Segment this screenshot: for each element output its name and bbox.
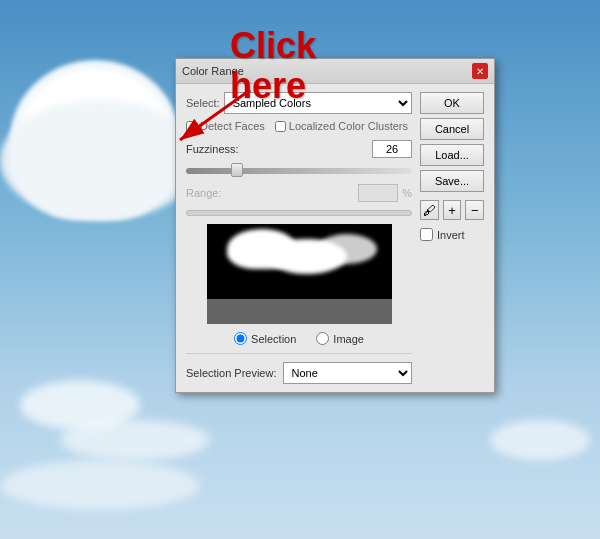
load-button[interactable]: Load... [420,144,484,166]
preview-image [207,224,392,324]
selection-preview-row: Selection Preview: None Grayscale Black … [186,353,412,384]
fuzziness-slider-track [186,168,412,174]
range-percent: % [402,187,412,199]
selection-radio[interactable] [234,332,247,345]
cancel-button[interactable]: Cancel [420,118,484,140]
dialog-right-panel: OK Cancel Load... Save... 🖋 + − Invert [420,92,484,384]
eyedropper-remove-button[interactable]: − [465,200,484,220]
selection-preview-dropdown[interactable]: None Grayscale Black Matte White Matte Q… [283,362,413,384]
eyedropper-button[interactable]: 🖋 [420,200,439,220]
eyedropper-row: 🖋 + − [420,200,484,220]
range-slider-track [186,210,412,216]
click-annotation: Click [230,25,316,67]
radio-row: Selection Image [186,332,412,345]
range-label: Range: [186,187,358,199]
image-radio[interactable] [316,332,329,345]
invert-row: Invert [420,228,484,241]
preview-cloud-3 [317,234,377,264]
range-row: Range: % [186,184,412,202]
cloud-decoration [0,460,200,510]
invert-label: Invert [437,229,465,241]
ok-button[interactable]: OK [420,92,484,114]
arrow-icon [170,80,270,150]
fuzziness-slider-container [186,162,412,180]
dialog-close-button[interactable]: ✕ [472,63,488,79]
image-radio-label[interactable]: Image [316,332,364,345]
fuzziness-value: 26 [372,140,412,158]
fuzziness-slider-thumb[interactable] [231,163,243,177]
preview-ground [207,299,392,324]
save-button[interactable]: Save... [420,170,484,192]
invert-checkbox[interactable] [420,228,433,241]
localized-clusters-checkbox-label[interactable]: Localized Color Clusters [275,120,408,132]
selection-radio-label[interactable]: Selection [234,332,296,345]
selection-radio-text: Selection [251,333,296,345]
selection-preview-label: Selection Preview: [186,367,277,379]
cloud-decoration [490,420,590,460]
eyedropper-add-button[interactable]: + [443,200,462,220]
range-value [358,184,398,202]
svg-line-1 [180,90,250,140]
image-radio-text: Image [333,333,364,345]
localized-clusters-checkbox[interactable] [275,121,286,132]
localized-clusters-label: Localized Color Clusters [289,120,408,132]
cloud-decoration [60,420,210,460]
